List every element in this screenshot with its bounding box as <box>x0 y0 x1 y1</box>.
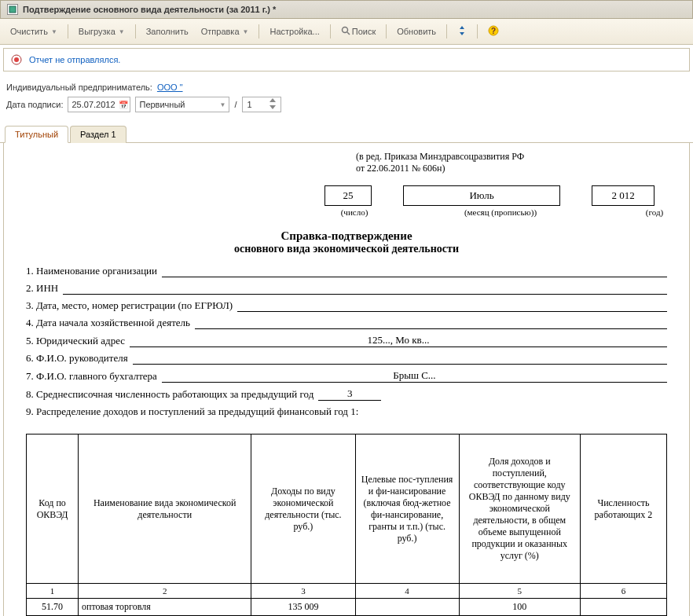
tab-section1[interactable]: Раздел 1 <box>70 126 126 143</box>
svg-line-2 <box>347 32 350 35</box>
th-okved: Код по ОКВЭД <box>27 434 79 584</box>
svg-text:?: ? <box>491 27 496 35</box>
export-button[interactable]: Выгрузка▼ <box>73 24 130 39</box>
legal-line2: от 22.06.2011 № 606н) <box>356 163 667 174</box>
separator <box>330 24 331 38</box>
d-funding <box>355 599 459 616</box>
r2-label: 2. ИНН <box>26 282 58 295</box>
n1: 1 <box>27 584 79 599</box>
status-icon <box>10 53 23 66</box>
month-label: (месяц (прописью)) <box>416 207 585 217</box>
r8-value: 3 <box>318 387 381 401</box>
doc-title2: основного вида экономической деятельност… <box>26 243 667 255</box>
r6-label: 6. Ф.И.О. руководителя <box>26 352 128 365</box>
select-value: Первичный <box>139 100 185 109</box>
calendar-icon[interactable]: 📅 <box>119 101 128 109</box>
table-row: 51.70 оптовая торговля 135 009 100 <box>27 599 667 616</box>
date-labels: (число) (месяц (прописью)) (год) <box>324 207 667 217</box>
year-box: 2 012 <box>592 185 654 206</box>
window-title: Подтверждение основного вида деятельност… <box>23 5 276 14</box>
r4-value <box>195 317 667 329</box>
svg-rect-0 <box>9 6 16 13</box>
th-share: Доля доходов и поступлений, соответствую… <box>459 434 580 584</box>
d-okved: 51.70 <box>27 599 79 616</box>
d-share: 100 <box>459 599 580 616</box>
year-label: (год) <box>617 207 690 217</box>
d-count <box>580 599 666 616</box>
r7-value: Брыш С... <box>162 369 667 383</box>
day-label: (число) <box>324 207 384 217</box>
n5: 5 <box>459 584 580 599</box>
separator <box>446 24 447 38</box>
income-table: Код по ОКВЭД Наименование вида экономиче… <box>26 434 667 616</box>
separator <box>258 24 259 38</box>
search-button[interactable]: Поиск <box>336 23 381 40</box>
svg-point-6 <box>14 57 19 62</box>
report-type-select[interactable]: Первичный ▼ <box>135 97 229 112</box>
separator <box>477 24 478 38</box>
chevron-down-icon: ▼ <box>220 101 226 108</box>
month-box: Июль <box>403 185 560 206</box>
n6: 6 <box>580 584 666 599</box>
status-bar: Отчет не отправлялся. <box>3 48 690 72</box>
r2-value <box>63 282 667 295</box>
r9-label: 9. Распределение доходов и поступлений з… <box>26 405 358 418</box>
send-button[interactable]: Отправка▼ <box>196 24 255 39</box>
ip-link[interactable]: ООО " <box>157 82 183 92</box>
d-income: 135 009 <box>251 599 355 616</box>
tab-bar: Титульный Раздел 1 <box>0 125 693 143</box>
th-activity: Наименование вида экономической деятельн… <box>79 434 251 584</box>
ip-label: Индивидуальный предприниматель: <box>6 82 152 92</box>
number-spin[interactable]: 1 <box>242 97 281 112</box>
document: (в ред. Приказа Минздравсоцразвития РФ о… <box>4 143 689 616</box>
n4: 4 <box>355 584 459 599</box>
n3: 3 <box>251 584 355 599</box>
day-box: 25 <box>324 185 372 206</box>
date-field[interactable]: 25.07.2012 📅 <box>68 97 130 112</box>
window-titlebar: Подтверждение основного вида деятельност… <box>0 0 693 19</box>
chevron-down-icon: ▼ <box>51 28 57 35</box>
r3-value <box>237 299 667 312</box>
app-icon <box>7 4 18 15</box>
table-header-row: Код по ОКВЭД Наименование вида экономиче… <box>27 434 667 584</box>
r6-value <box>133 352 667 365</box>
params-panel: Индивидуальный предприниматель: ООО " Да… <box>0 75 693 120</box>
table-num-row: 1 2 3 4 5 6 <box>27 584 667 599</box>
fill-button[interactable]: Заполнить <box>141 24 194 39</box>
date-boxes: 25 Июль 2 012 <box>324 185 667 206</box>
th-count: Численность работающих 2 <box>580 434 666 584</box>
n2: 2 <box>79 584 251 599</box>
r5-value: 125..., Мо кв... <box>130 334 667 347</box>
help-icon: ? <box>488 25 499 38</box>
toolbar: Очистить▼ Выгрузка▼ Заполнить Отправка▼ … <box>0 19 693 45</box>
r7-label: 7. Ф.И.О. главного бухгалтера <box>26 370 157 383</box>
th-funding: Целевые пос-тупления и фи-нансирование (… <box>355 434 459 584</box>
separator <box>386 24 387 38</box>
clear-button[interactable]: Очистить▼ <box>5 24 63 39</box>
separator <box>135 24 136 38</box>
help-button[interactable]: ? <box>482 22 504 41</box>
legal-ref: (в ред. Приказа Минздравсоцразвития РФ о… <box>356 151 667 174</box>
updown-button[interactable] <box>452 23 472 40</box>
slash: / <box>234 100 236 109</box>
separator <box>68 24 68 38</box>
legal-line1: (в ред. Приказа Минздравсоцразвития РФ <box>356 151 667 163</box>
chevron-down-icon: ▼ <box>243 28 249 35</box>
settings-button[interactable]: Настройка... <box>264 24 324 39</box>
r1-label: 1. Наименование организации <box>26 265 157 277</box>
spin-value: 1 <box>248 100 252 109</box>
r3-label: 3. Дата, место, номер регистрации (по ЕГ… <box>26 299 233 312</box>
doc-title1: Справка-подтверждение <box>26 229 667 243</box>
svg-point-1 <box>342 28 347 33</box>
document-area[interactable]: (в ред. Приказа Минздравсоцразвития РФ о… <box>3 143 690 616</box>
tab-title[interactable]: Титульный <box>5 126 68 143</box>
refresh-button[interactable]: Обновить <box>391 24 442 39</box>
d-activity: оптовая торговля <box>79 599 251 616</box>
r5-label: 5. Юридический адрес <box>26 335 125 347</box>
th-income: Доходы по виду экономической деятельност… <box>251 434 355 584</box>
updown-icon <box>457 26 467 37</box>
search-icon <box>341 26 350 37</box>
spin-arrows[interactable] <box>270 98 276 111</box>
chevron-down-icon: ▼ <box>119 28 125 35</box>
date-label: Дата подписи: <box>6 100 63 109</box>
